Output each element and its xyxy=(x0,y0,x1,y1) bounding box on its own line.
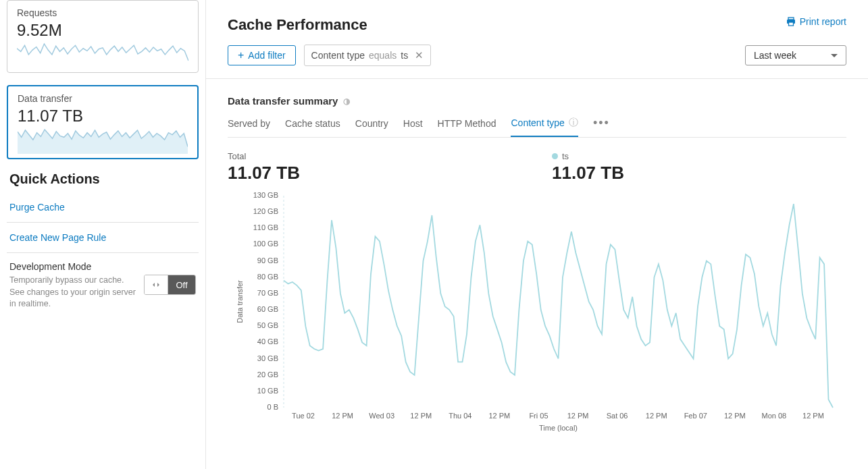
svg-text:130 GB: 130 GB xyxy=(253,191,278,199)
svg-text:110 GB: 110 GB xyxy=(253,223,278,231)
stat-label: Data transfer xyxy=(18,93,188,104)
tab-country[interactable]: Country xyxy=(355,118,388,136)
dev-mode-toggle[interactable]: Off xyxy=(144,275,196,295)
section-title: Data transfer summary ◑ xyxy=(228,95,846,107)
stat-label: Requests xyxy=(17,7,188,18)
sparkline-requests xyxy=(17,43,188,68)
svg-text:Thu 04: Thu 04 xyxy=(449,412,471,420)
remove-filter-icon[interactable]: ✕ xyxy=(415,49,424,61)
stat-value: 11.07 TB xyxy=(18,107,188,126)
legend-label: ts xyxy=(562,151,569,161)
stat-legend-ts: ts 11.07 TB xyxy=(552,151,624,184)
svg-text:120 GB: 120 GB xyxy=(253,207,278,215)
stat-value: 9.52M xyxy=(17,21,188,40)
divider xyxy=(7,252,199,253)
svg-text:12 PM: 12 PM xyxy=(802,412,824,420)
legend-swatch xyxy=(552,153,558,159)
time-range-label: Last week xyxy=(754,50,796,61)
svg-text:Time (local): Time (local) xyxy=(539,424,578,432)
loading-icon: ◑ xyxy=(343,96,350,106)
data-transfer-chart[interactable]: 0 B10 GB20 GB30 GB40 GB50 GB60 GB70 GB80… xyxy=(228,190,846,440)
filter-field: Content type xyxy=(311,50,365,61)
print-report-label: Print report xyxy=(800,16,846,27)
svg-text:Tue 02: Tue 02 xyxy=(292,412,315,420)
filter-chip-content-type[interactable]: Content type equals ts ✕ xyxy=(304,45,432,66)
print-report-link[interactable]: Print report xyxy=(786,16,846,27)
svg-text:70 GB: 70 GB xyxy=(257,289,278,297)
svg-text:50 GB: 50 GB xyxy=(257,321,278,329)
svg-text:12 PM: 12 PM xyxy=(488,412,510,420)
printer-icon xyxy=(786,17,796,26)
tabs-more[interactable]: ••• xyxy=(593,116,610,137)
svg-text:80 GB: 80 GB xyxy=(257,273,278,281)
svg-text:Mon 08: Mon 08 xyxy=(762,412,787,420)
svg-text:12 PM: 12 PM xyxy=(410,412,432,420)
svg-text:12 PM: 12 PM xyxy=(724,412,746,420)
add-filter-button[interactable]: + Add filter xyxy=(228,45,296,65)
svg-text:60 GB: 60 GB xyxy=(257,305,278,313)
purge-cache-link[interactable]: Purge Cache xyxy=(7,196,199,218)
stat-legend-value: 11.07 TB xyxy=(552,163,624,184)
tab-http-method[interactable]: HTTP Method xyxy=(438,118,496,136)
dev-mode-title: Development Mode xyxy=(9,261,196,272)
dev-mode-description: Temporarily bypass our cache. See change… xyxy=(9,275,136,310)
create-page-rule-link[interactable]: Create New Page Rule xyxy=(7,227,199,248)
tab-cache-status[interactable]: Cache status xyxy=(285,118,340,136)
plus-icon: + xyxy=(238,50,244,61)
tab-content-type[interactable]: Content typeⓘ xyxy=(511,117,578,137)
info-icon: ⓘ xyxy=(569,117,578,129)
svg-rect-2 xyxy=(788,22,793,26)
tab-host[interactable]: Host xyxy=(403,118,423,136)
stat-total-label: Total xyxy=(228,151,525,161)
toggle-off-label: Off xyxy=(168,275,195,294)
stat-total-value: 11.07 TB xyxy=(228,163,525,184)
svg-rect-0 xyxy=(788,18,794,20)
quick-actions-heading: Quick Actions xyxy=(9,171,199,187)
svg-text:12 PM: 12 PM xyxy=(646,412,667,420)
filter-value: ts xyxy=(401,50,408,61)
breakdown-tabs: Served byCache statusCountryHostHTTP Met… xyxy=(228,116,846,138)
development-mode-section: Development Mode Temporarily bypass our … xyxy=(7,257,199,314)
svg-text:40 GB: 40 GB xyxy=(257,337,278,346)
time-range-select[interactable]: Last week xyxy=(745,45,846,65)
divider xyxy=(7,222,199,223)
svg-text:30 GB: 30 GB xyxy=(257,354,278,362)
svg-text:Wed 03: Wed 03 xyxy=(369,412,394,420)
svg-text:Fri 05: Fri 05 xyxy=(529,412,548,420)
stat-total: Total 11.07 TB xyxy=(228,151,525,184)
svg-text:Sat 06: Sat 06 xyxy=(607,412,628,420)
svg-text:20 GB: 20 GB xyxy=(257,370,278,379)
svg-text:90 GB: 90 GB xyxy=(257,256,278,265)
svg-text:100 GB: 100 GB xyxy=(253,240,278,248)
svg-text:12 PM: 12 PM xyxy=(567,412,589,420)
filter-operator: equals xyxy=(369,50,397,61)
tab-served-by[interactable]: Served by xyxy=(228,118,270,136)
add-filter-label: Add filter xyxy=(248,50,285,61)
svg-text:10 GB: 10 GB xyxy=(257,387,278,395)
chevron-down-icon xyxy=(831,54,838,57)
sidebar: Requests 9.52M Data transfer 11.07 TB Qu… xyxy=(0,0,206,469)
main-content: Cache Performance Print report + Add fil… xyxy=(206,0,868,469)
toggle-switch-icon xyxy=(145,275,168,294)
stat-card-data-transfer[interactable]: Data transfer 11.07 TB xyxy=(7,85,199,159)
svg-text:Feb 07: Feb 07 xyxy=(684,412,707,420)
sparkline-data-transfer xyxy=(18,128,188,154)
stat-card-requests[interactable]: Requests 9.52M xyxy=(7,0,199,73)
svg-text:12 PM: 12 PM xyxy=(332,412,353,420)
svg-text:Data transfer: Data transfer xyxy=(236,280,244,323)
svg-text:0 B: 0 B xyxy=(267,403,278,411)
page-title: Cache Performance xyxy=(228,16,367,34)
